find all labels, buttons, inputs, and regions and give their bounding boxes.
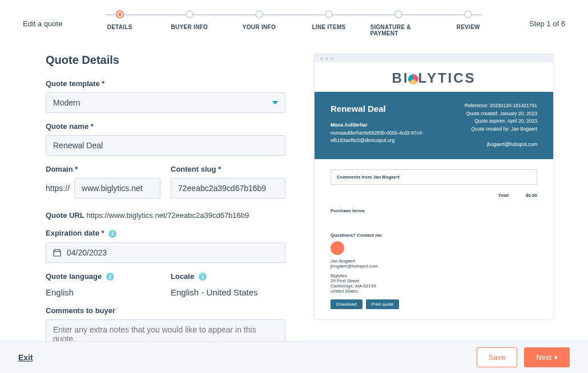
preview-total-value: $0.00 <box>526 193 537 198</box>
form-column: Quote Details Quote template * Modern Qu… <box>46 54 285 355</box>
template-label: Quote template * <box>46 79 285 88</box>
preview-download-button: Download <box>331 299 363 309</box>
comments-label: Comments to buyer <box>46 306 285 315</box>
language-value: English <box>46 285 160 297</box>
preview-addr1: 25 First Street <box>331 278 537 283</box>
locale-label: Locale i <box>171 272 285 281</box>
preview-addr3: United States <box>331 289 537 294</box>
preview-print-button: Print quote <box>366 299 400 309</box>
preview-created: Quote created: January 20, 2023 <box>465 110 537 118</box>
info-icon[interactable]: i <box>108 230 116 238</box>
expiration-label: Expiration date * i <box>46 229 285 238</box>
exit-link[interactable]: Exit <box>18 353 33 362</box>
preview-total-label: Total <box>498 193 509 198</box>
quote-url-label: Quote URL <box>46 211 84 220</box>
preview-terms-label: Purchase terms <box>331 208 537 213</box>
template-value: Modern <box>53 98 80 107</box>
preview-addr2: Cambridge, MA 02139 <box>331 283 537 289</box>
calendar-icon <box>53 249 61 257</box>
svg-rect-0 <box>54 250 61 256</box>
preview-reference: Reference: 20230120-161421791 <box>465 102 537 110</box>
step-buyer-info[interactable]: BUYER INFO <box>161 10 218 30</box>
step-circle-icon <box>325 10 333 18</box>
preview-contact-label: Questions? Contact me <box>331 233 537 238</box>
slug-label: Content slug * <box>171 165 285 173</box>
page-title: Edit a quote <box>23 19 91 28</box>
language-label: Quote language i <box>46 272 160 281</box>
save-button[interactable]: Save <box>477 347 518 367</box>
template-select[interactable]: Modern <box>46 92 285 113</box>
domain-prefix: https:// <box>46 184 70 193</box>
preview-column: BILYTICS Renewal Deal Mona Aufderhar mon… <box>314 54 554 355</box>
footer-bar: Exit Save Next <box>0 341 588 373</box>
logo-accent-icon <box>408 74 418 84</box>
header-bar: Edit a quote DETAILS BUYER INFO YOUR INF… <box>0 0 588 42</box>
stepper: DETAILS BUYER INFO YOUR INFO LINE ITEMS … <box>91 10 497 37</box>
next-button-label: Next <box>536 353 551 362</box>
preview-creator-email: jbogaert@hubspot.com <box>465 141 537 149</box>
step-circle-icon <box>186 10 194 18</box>
preview-contact-email: jbogaert@hubspot.com <box>331 263 537 269</box>
info-icon[interactable]: i <box>106 273 114 281</box>
next-button[interactable]: Next <box>524 347 570 367</box>
step-circle-icon <box>116 10 124 18</box>
preview-created-by: Quote created by: Jan Bogaert <box>465 125 537 133</box>
chevron-down-icon <box>272 101 278 104</box>
preview-company: Biglytics <box>331 273 537 278</box>
step-circle-icon <box>394 10 402 18</box>
window-dots <box>315 54 553 62</box>
info-icon[interactable]: i <box>199 273 207 281</box>
preview-buyer-email1: monaaufderhar9e58283b-005b-4cd3-97c4- <box>331 129 424 137</box>
preview-buyer-name: Mona Aufderhar <box>331 122 368 128</box>
locale-value: English - United States <box>171 285 285 297</box>
slug-input[interactable] <box>171 178 285 198</box>
name-label: Quote name * <box>46 122 285 131</box>
quote-url-row: Quote URL https://www.biglytics.net/72ee… <box>46 211 285 220</box>
step-signature-payment[interactable]: SIGNATURE & PAYMENT <box>370 10 426 37</box>
form-heading: Quote Details <box>46 54 285 67</box>
domain-input[interactable] <box>74 178 160 198</box>
preview-header: Renewal Deal Mona Aufderhar monaaufderha… <box>315 92 553 159</box>
avatar <box>331 241 344 255</box>
step-details[interactable]: DETAILS <box>91 10 148 30</box>
comments-textarea[interactable] <box>46 319 285 343</box>
preview-deal-title: Renewal Deal <box>331 102 424 116</box>
preview-comments-heading: Comments from Jan Bogaert <box>337 175 400 180</box>
preview-comments-box: Comments from Jan Bogaert <box>331 169 537 185</box>
step-indicator: Step 1 of 6 <box>497 19 565 28</box>
step-circle-icon <box>464 10 472 18</box>
preview-card: BILYTICS Renewal Deal Mona Aufderhar mon… <box>314 54 554 320</box>
preview-logo: BILYTICS <box>315 62 553 92</box>
step-review[interactable]: REVIEW <box>440 10 497 30</box>
step-line-items[interactable]: LINE ITEMS <box>300 10 357 30</box>
expiration-date-input[interactable]: 04/20/2023 <box>46 242 285 263</box>
quote-url-value: https://www.biglytics.net/72eeabc2a39cd6… <box>87 211 249 220</box>
step-your-info[interactable]: YOUR INFO <box>231 10 287 30</box>
domain-label: Domain * <box>46 165 160 173</box>
step-circle-icon <box>255 10 263 18</box>
preview-contact-name: Jan Bogaert <box>331 258 537 263</box>
chevron-right-icon <box>555 355 558 360</box>
quote-name-input[interactable] <box>46 135 285 156</box>
preview-expires: Quote expires: April 20, 2023 <box>465 117 537 125</box>
preview-body: Comments from Jan Bogaert Total $0.00 Pu… <box>315 159 553 319</box>
preview-buyer-email2: efb183aef8c5@demospot.org <box>331 137 424 145</box>
expiration-value: 04/20/2023 <box>67 248 107 257</box>
